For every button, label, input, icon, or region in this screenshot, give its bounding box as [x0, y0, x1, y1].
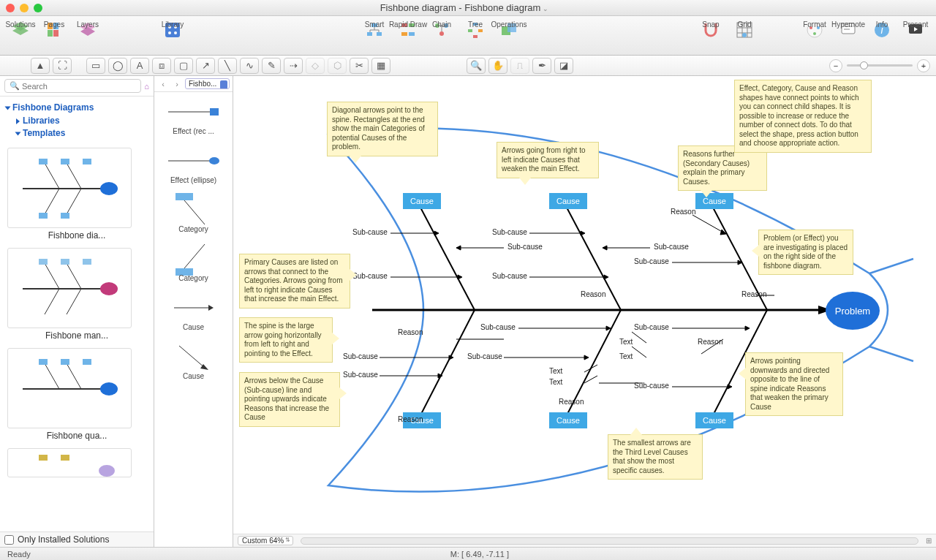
lib-item[interactable]: Effect (rec ... [156, 95, 231, 144]
close-window[interactable] [6, 4, 15, 12]
brush-tool[interactable]: ✒ [532, 58, 551, 74]
snap-button[interactable]: Snap [695, 18, 727, 42]
lib-forward[interactable]: › [171, 78, 183, 90]
svg-point-34 [813, 32, 816, 35]
layers-label: Layers [77, 20, 99, 29]
home-icon[interactable]: ⌂ [144, 82, 149, 91]
shape-tool[interactable]: ◇ [306, 58, 325, 74]
rect-tool[interactable]: ▭ [86, 58, 105, 74]
svg-rect-57 [39, 259, 48, 265]
search-icon: 🔍 [10, 81, 20, 91]
line-tool[interactable]: ╲ [218, 58, 237, 74]
nav-templates[interactable]: Templates [16, 128, 148, 138]
cause-box[interactable]: Cause [549, 193, 587, 209]
svg-point-69 [99, 465, 115, 477]
search-input[interactable]: 🔍 [4, 79, 141, 93]
problem-ellipse[interactable]: Problem [826, 292, 880, 330]
template-item[interactable] [7, 448, 146, 477]
lib-selector[interactable]: Fishbo... [185, 78, 230, 89]
ellipse-tool[interactable]: ◯ [108, 58, 127, 74]
lib-item[interactable]: Category [156, 242, 231, 291]
zoom-out-button[interactable]: − [829, 59, 842, 72]
curve-tool[interactable]: ∿ [240, 58, 259, 74]
svg-line-56 [67, 289, 81, 314]
cause-box[interactable]: Cause [549, 412, 587, 428]
pages-button[interactable]: Pages [38, 18, 70, 42]
svg-line-121 [584, 365, 597, 372]
operations-button[interactable]: Operations [493, 18, 525, 42]
callout-tool[interactable]: ▢ [174, 58, 193, 74]
smart-button[interactable]: Smart [358, 18, 390, 42]
window-title[interactable]: Fishbone diagram - Fishbone diagram⌄ [42, 2, 886, 13]
lib-item[interactable]: Cause [156, 340, 231, 389]
crop-tool[interactable]: ✂ [350, 58, 369, 74]
svg-rect-19 [409, 32, 415, 36]
nav-root[interactable]: Fishbone Diagrams [6, 102, 148, 113]
note-smallest: The smallest arrows are the Third Level … [608, 434, 703, 480]
svg-point-41 [100, 182, 118, 195]
chain-button[interactable]: Chain [426, 18, 458, 42]
info-button[interactable]: iInfo [866, 18, 898, 42]
lib-item[interactable]: Cause [156, 291, 231, 340]
search-field[interactable] [22, 82, 136, 91]
eyedropper-tool[interactable]: ⎍ [510, 58, 529, 74]
svg-point-73 [209, 157, 219, 164]
marquee-tool[interactable]: ⛶ [53, 58, 72, 74]
hypernote-label: Hypernote [831, 20, 865, 29]
lib-item[interactable]: Effect (ellipse) [156, 144, 231, 193]
snap-label: Snap [702, 20, 719, 29]
cause-box[interactable]: Cause [695, 412, 733, 428]
pen-tool[interactable]: ✎ [262, 58, 281, 74]
lib-back[interactable]: ‹ [157, 78, 169, 90]
lib-item[interactable]: Category [156, 193, 231, 242]
arrow-tool[interactable]: ↗ [196, 58, 215, 74]
eraser-tool[interactable]: ◪ [554, 58, 573, 74]
template-item[interactable]: Fishbone dia... [7, 148, 146, 241]
maximize-window[interactable] [34, 4, 42, 12]
main-toolbar: Solutions Pages Layers Library Smart Rap… [0, 16, 936, 56]
zoom-in-button[interactable]: + [917, 59, 930, 72]
format-button[interactable]: Format [799, 18, 831, 42]
grid-button[interactable]: Grid [728, 18, 760, 42]
ruler-icon[interactable]: ⊞ [926, 537, 932, 545]
template-item[interactable]: Fishbone man... [7, 248, 146, 341]
reason-label: Reason [741, 290, 766, 298]
tree-button[interactable]: Tree [459, 18, 491, 42]
svg-rect-74 [176, 193, 193, 200]
pointer-tool[interactable]: ▲ [31, 58, 50, 74]
canvas[interactable]: Cause Cause Cause Cause Cause Cause Prob… [233, 76, 936, 534]
svg-point-11 [168, 31, 171, 34]
image-tool[interactable]: ▦ [371, 58, 390, 74]
hand-tool[interactable]: ✋ [488, 58, 507, 74]
connector-tool[interactable]: ⇢ [284, 58, 303, 74]
svg-rect-50 [61, 213, 69, 219]
text-tool[interactable]: A [130, 58, 149, 74]
textbox-tool[interactable]: ⧈ [152, 58, 171, 74]
zoom-slider[interactable] [847, 64, 913, 67]
svg-rect-58 [61, 259, 69, 265]
cause-box[interactable]: Cause [403, 193, 441, 209]
hypernote-button[interactable]: Hypernote [832, 18, 864, 42]
library-button[interactable]: Library [156, 18, 189, 42]
svg-rect-64 [39, 359, 48, 365]
zoom-selector[interactable]: Custom 64%⇅ [238, 536, 293, 545]
nav-libraries[interactable]: Libraries [16, 116, 148, 126]
solutions-button[interactable]: Solutions [4, 18, 37, 42]
svg-line-123 [632, 332, 646, 343]
svg-line-77 [184, 244, 205, 268]
minimize-window[interactable] [20, 4, 29, 12]
canvas-footer: Custom 64%⇅ ⊞ [233, 534, 936, 547]
info-label: Info [876, 20, 888, 29]
rapid-draw-button[interactable]: Rapid Draw [392, 18, 424, 42]
template-item[interactable]: Fishbone qua... [7, 348, 146, 441]
svg-rect-59 [83, 259, 91, 265]
zoom-tool[interactable]: 🔍 [467, 58, 486, 74]
only-installed-checkbox[interactable] [4, 535, 14, 545]
present-button[interactable]: Present [899, 18, 932, 42]
layers-button[interactable]: Layers [72, 18, 104, 42]
h-scrollbar[interactable] [301, 537, 918, 545]
subcause-label: Sub-cause [492, 272, 527, 280]
smart-shape-tool[interactable]: ⬡ [328, 58, 347, 74]
note-spine: The spine is the large arrow going horiz… [239, 317, 333, 363]
status-ready: Ready [7, 550, 31, 559]
